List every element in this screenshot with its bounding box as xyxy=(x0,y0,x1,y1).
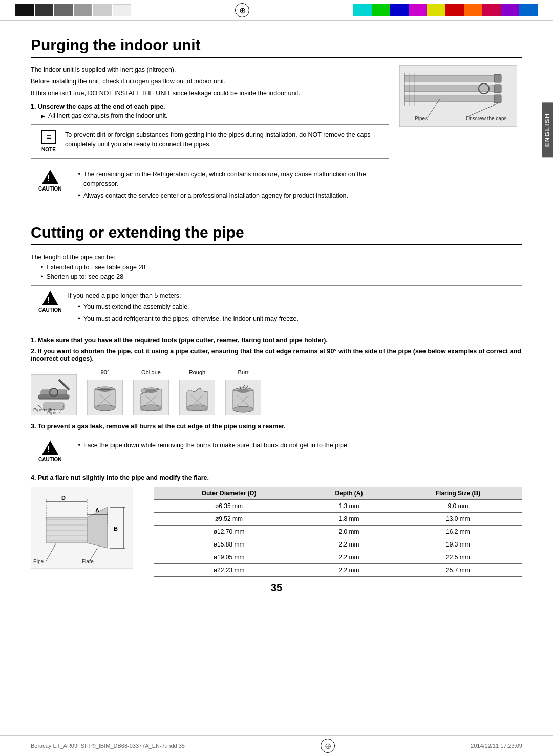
flare-section: D A B Pipe Flare xyxy=(31,487,522,577)
svg-text:A: A xyxy=(95,507,99,513)
right-color-swatches xyxy=(353,4,538,16)
swatch-purple xyxy=(501,4,519,16)
caution-1-text: The remaining air in the Refrigeration c… xyxy=(68,170,381,202)
footer: Boracay ET_AR09FSFT®_IBIM_DB68-03377A_EN… xyxy=(0,735,553,756)
flare-table-body: ø6.35 mm1.3 mm9.0 mmø9.52 mm1.8 mm13.0 m… xyxy=(154,499,522,576)
table-row: ø12.70 mm2.0 mm16.2 mm xyxy=(154,525,522,538)
table-row: ø22.23 mm2.2 mm25.7 mm xyxy=(154,563,522,576)
swatch-cyan xyxy=(353,4,372,16)
table-header-row: Outer Diameter (D) Depth (A) Flaring Siz… xyxy=(154,487,522,499)
pipe-cutter-svg: Pipe cutter Pipe xyxy=(31,374,77,415)
swatch-white xyxy=(113,4,131,16)
col-header-depth: Depth (A) xyxy=(304,487,394,499)
col-header-outer-diameter: Outer Diameter (D) xyxy=(154,487,304,499)
pipe-example-oblique: Oblique xyxy=(133,369,169,415)
section2-step2: 2. If you want to shorten the pipe, cut … xyxy=(31,348,522,362)
note-icon: ≡ NOTE xyxy=(38,130,59,153)
page-number: 35 xyxy=(31,582,522,594)
section2: Cutting or extending the pipe The length… xyxy=(31,224,522,577)
swatch-magenta xyxy=(409,4,427,16)
table-row: ø9.52 mm1.8 mm13.0 mm xyxy=(154,512,522,525)
svg-rect-7 xyxy=(494,74,501,82)
main-content: Purging the indoor unit The indoor unit … xyxy=(0,21,553,619)
swatch-blue xyxy=(390,4,409,16)
table-row: ø6.35 mm1.3 mm9.0 mm xyxy=(154,499,522,512)
section2-intro: The length of the pipe can be: xyxy=(31,253,522,262)
svg-point-36 xyxy=(141,405,161,411)
swatch-red xyxy=(445,4,464,16)
svg-text:B: B xyxy=(114,526,118,532)
section1-body: The indoor unit is supplied with inert g… xyxy=(31,65,522,214)
section1-intro-1: The indoor unit is supplied with inert g… xyxy=(31,65,389,75)
svg-point-41 xyxy=(187,405,207,411)
svg-rect-1 xyxy=(405,75,497,81)
reg-circle-bottom: ⊕ xyxy=(321,739,335,753)
section1-step1-bullet: All inert gas exhausts from the indoor u… xyxy=(41,112,389,119)
caution-2-text: If you need a pipe longer than 5 meters:… xyxy=(68,291,515,325)
section1-intro-2: Before installing the unit, check if nit… xyxy=(31,77,389,87)
swatch-orange xyxy=(464,4,482,16)
swatch-mid xyxy=(54,4,73,16)
table-row: ø19.05 mm2.2 mm22.5 mm xyxy=(154,551,522,563)
section2-bullet-1: Extended up to : see table page 28 xyxy=(41,264,522,271)
svg-text:Flare: Flare xyxy=(82,559,94,564)
caution-icon-3: CAUTION xyxy=(38,440,62,464)
section2-step4: 4. Put a flare nut slightly into the pip… xyxy=(31,474,522,481)
table-row: ø15.88 mm2.2 mm19.3 mm xyxy=(154,538,522,551)
pipe-example-cutter: Pipe cutter Pipe xyxy=(31,374,77,415)
section1-diagram: Pipes Unscrew the caps xyxy=(399,65,522,214)
caution-box-1: CAUTION The remaining air in the Refrige… xyxy=(31,164,389,208)
pipe-example-rough: Rough xyxy=(179,369,215,415)
reg-circle: ⊕ xyxy=(235,3,249,17)
footer-left: Boracay ET_AR09FSFT®_IBIM_DB68-03377A_EN… xyxy=(31,743,185,749)
caution-triangle-3 xyxy=(42,440,58,455)
pipe-example-burr: Burr xyxy=(225,369,261,415)
pipe-burr-svg xyxy=(225,380,261,415)
pipe-90-svg xyxy=(87,380,123,415)
footer-right: 2014/12/11 17:23:09 xyxy=(471,743,522,749)
swatch-blue2 xyxy=(519,4,538,16)
section1-step1-label: 1. Unscrew the caps at the end of each p… xyxy=(31,103,389,110)
section1-left: The indoor unit is supplied with inert g… xyxy=(31,65,389,214)
svg-text:Pipe: Pipe xyxy=(47,410,56,415)
swatch-light-mid xyxy=(74,4,92,16)
section2-step3: 3. To prevent a gas leak, remove all bur… xyxy=(31,423,522,430)
caution-triangle-2 xyxy=(42,291,58,305)
registration-mark-top: ⊕ xyxy=(235,3,249,17)
svg-rect-2 xyxy=(405,86,497,92)
pipe-oblique-svg xyxy=(133,380,169,415)
note-symbol: ≡ xyxy=(41,130,56,144)
swatch-light xyxy=(93,4,112,16)
flare-diagram-svg: D A B Pipe Flare xyxy=(31,487,133,569)
svg-point-47 xyxy=(233,406,253,412)
section2-bullet-2: Shorten up to: see page 28 xyxy=(41,273,522,280)
swatch-dark xyxy=(35,4,53,16)
svg-text:Pipes: Pipes xyxy=(415,116,428,121)
caution-icon-2: CAUTION xyxy=(38,291,62,314)
section1-title: Purging the indoor unit xyxy=(31,36,522,58)
caution-triangle-1 xyxy=(42,170,58,184)
swatch-pink-red xyxy=(482,4,501,16)
svg-point-37 xyxy=(145,389,157,393)
top-bar: ⊕ xyxy=(0,0,553,21)
pipe-examples: Pipe cutter Pipe 90° xyxy=(31,369,522,415)
svg-point-28 xyxy=(95,405,115,411)
swatch-green xyxy=(372,4,390,16)
svg-rect-9 xyxy=(494,95,501,103)
caution-icon-1: CAUTION xyxy=(38,170,62,193)
flare-diagram: D A B Pipe Flare xyxy=(31,487,133,570)
section1-intro-3: If this one isn't true, DO NOT INSTALL T… xyxy=(31,89,389,98)
note-box-1: ≡ NOTE To prevent dirt or foreign substa… xyxy=(31,124,389,159)
caution-box-3: CAUTION Face the pipe down while removin… xyxy=(31,435,522,469)
svg-point-48 xyxy=(237,389,249,393)
pipe-example-90: 90° xyxy=(87,369,123,415)
section2-title: Cutting or extending the pipe xyxy=(31,224,522,245)
pipe-diagram-svg: Pipes Unscrew the caps xyxy=(399,65,517,132)
swatch-yellow xyxy=(427,4,445,16)
section2-step1: 1. Make sure that you have all the requi… xyxy=(31,337,522,344)
caution-box-2: CAUTION If you need a pipe longer than 5… xyxy=(31,285,522,331)
note-text: To prevent dirt or foreign substances fr… xyxy=(65,130,381,150)
swatch-black xyxy=(15,4,34,16)
flare-table: Outer Diameter (D) Depth (A) Flaring Siz… xyxy=(154,487,522,577)
svg-text:Unscrew the caps: Unscrew the caps xyxy=(466,116,506,121)
